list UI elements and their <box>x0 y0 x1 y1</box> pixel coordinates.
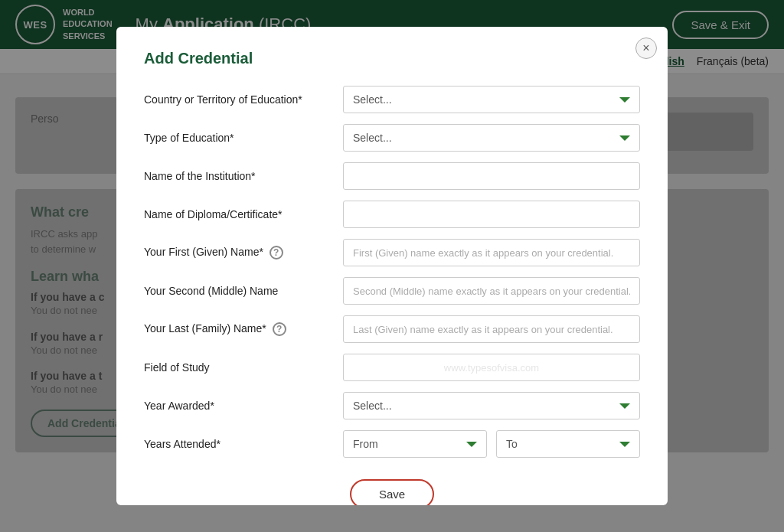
year-awarded-row: Year Awarded* Select... <box>144 392 640 419</box>
diploma-input[interactable] <box>343 201 640 228</box>
type-education-control: Select... <box>343 124 640 152</box>
institution-control <box>343 162 640 190</box>
last-name-row: Your Last (Family) Name* ? <box>144 315 640 343</box>
last-name-input[interactable] <box>343 315 640 343</box>
type-education-label: Type of Education* <box>144 132 343 144</box>
last-name-control <box>343 315 640 343</box>
modal-title: Add Credential <box>144 50 640 67</box>
years-attended-label: Years Attended* <box>144 438 343 450</box>
first-name-input[interactable] <box>343 239 640 266</box>
middle-name-control <box>343 277 640 305</box>
first-name-row: Your First (Given) Name* ? <box>144 239 640 266</box>
year-awarded-control: Select... <box>343 392 640 419</box>
field-of-study-control: www.typesofvisa.com <box>343 354 640 381</box>
country-select[interactable]: Select... <box>343 86 640 113</box>
country-row: Country or Territory of Education* Selec… <box>144 86 640 113</box>
add-credential-modal: × Add Credential Country or Territory of… <box>116 27 668 491</box>
first-name-help-icon[interactable]: ? <box>270 246 283 259</box>
modal-footer: Save <box>144 479 640 491</box>
diploma-control <box>343 201 640 228</box>
institution-row: Name of the Institution* <box>144 162 640 190</box>
first-name-label: Your First (Given) Name* ? <box>144 246 343 259</box>
year-awarded-label: Year Awarded* <box>144 400 343 412</box>
field-of-study-label: Field of Study <box>144 361 343 374</box>
institution-label: Name of the Institution* <box>144 170 343 182</box>
field-of-study-input[interactable] <box>343 354 640 381</box>
diploma-label: Name of Diploma/Certificate* <box>144 208 343 220</box>
diploma-row: Name of Diploma/Certificate* <box>144 201 640 228</box>
save-button[interactable]: Save <box>350 479 434 491</box>
institution-input[interactable] <box>343 162 640 190</box>
year-awarded-select[interactable]: Select... <box>343 392 640 419</box>
field-of-study-row: Field of Study www.typesofvisa.com <box>144 354 640 381</box>
middle-name-row: Your Second (Middle) Name <box>144 277 640 305</box>
modal-overlay: × Add Credential Country or Territory of… <box>0 0 784 491</box>
country-label: Country or Territory of Education* <box>144 93 343 106</box>
first-name-control <box>343 239 640 266</box>
years-attended-from-select[interactable]: From <box>343 430 487 458</box>
last-name-label: Your Last (Family) Name* ? <box>144 322 343 336</box>
type-education-row: Type of Education* Select... <box>144 124 640 152</box>
country-control: Select... <box>343 86 640 113</box>
years-attended-control: From To <box>343 430 640 458</box>
type-education-select[interactable]: Select... <box>343 124 640 152</box>
middle-name-label: Your Second (Middle) Name <box>144 285 343 297</box>
years-attended-row: Years Attended* From To <box>144 430 640 458</box>
close-modal-button[interactable]: × <box>635 38 657 59</box>
middle-name-input[interactable] <box>343 277 640 305</box>
last-name-help-icon[interactable]: ? <box>273 322 286 336</box>
years-attended-to-select[interactable]: To <box>496 430 640 458</box>
